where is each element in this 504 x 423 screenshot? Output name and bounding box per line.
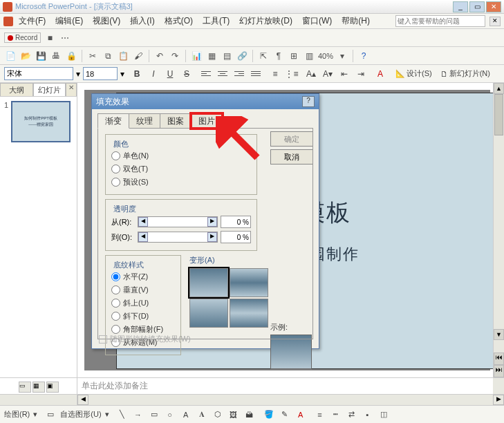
expand-icon[interactable]: ⇱ xyxy=(257,50,270,62)
font-size-select[interactable] xyxy=(83,67,118,80)
italic-button[interactable]: I xyxy=(147,67,160,81)
tab-close-button[interactable]: ✕ xyxy=(66,83,77,96)
tab-slides[interactable]: 幻灯片 xyxy=(33,83,66,96)
vertical-scrollbar[interactable]: ▲ ▼ ⏮ ⏭ xyxy=(493,83,504,377)
variant-4[interactable] xyxy=(230,299,268,328)
copy-icon[interactable]: ⧉ xyxy=(102,50,114,62)
zoom-value[interactable]: 40% xyxy=(318,52,333,60)
radio-one-color[interactable]: 单色(N) xyxy=(111,149,251,162)
dialog-tab-picture[interactable]: 图片 xyxy=(191,113,223,129)
font-dropdown-icon[interactable]: ▾ xyxy=(76,69,80,79)
radio-horizontal[interactable]: 水平(Z) xyxy=(111,270,175,283)
misc-button-1[interactable]: ⋯ xyxy=(59,32,71,44)
select-icon[interactable]: ▭ xyxy=(44,408,57,421)
hyperlink-icon[interactable]: 🔗 xyxy=(236,50,248,62)
table-icon[interactable]: ▦ xyxy=(205,50,218,62)
horizontal-scrollbar[interactable]: ◀ ▶ xyxy=(0,394,504,405)
align-right-button[interactable] xyxy=(232,67,246,81)
menu-view[interactable]: 视图(V) xyxy=(88,14,124,28)
arrow-style-icon[interactable]: ⇄ xyxy=(346,408,358,421)
draw-menu[interactable]: 绘图(R) xyxy=(4,409,30,420)
to-slider[interactable]: ◀▶ xyxy=(138,232,218,243)
notes-placeholder[interactable]: 单击此处添加备注 xyxy=(77,378,493,394)
shadow-style-icon[interactable]: ▪ xyxy=(362,408,374,421)
format-painter-icon[interactable]: 🖌 xyxy=(132,50,144,62)
arrow-icon[interactable]: → xyxy=(132,408,144,421)
menu-file[interactable]: 文件(F) xyxy=(15,14,50,28)
bold-button[interactable]: B xyxy=(130,67,144,81)
increase-indent-icon[interactable]: ⇥ xyxy=(354,67,368,81)
textbox-icon[interactable]: A xyxy=(180,408,192,421)
menu-help[interactable]: 帮助(H) xyxy=(337,14,374,28)
oval-icon[interactable]: ○ xyxy=(164,408,176,421)
maximize-button[interactable]: ▭ xyxy=(469,1,485,12)
close-button[interactable]: ✕ xyxy=(486,1,501,12)
picture-icon[interactable]: 🏔 xyxy=(243,408,256,421)
variant-1[interactable] xyxy=(189,268,228,297)
radio-preset[interactable]: 预设(S) xyxy=(111,176,251,189)
doc-close-button[interactable]: ✕ xyxy=(489,17,501,26)
from-value[interactable]: 0 % xyxy=(221,216,251,228)
3d-style-icon[interactable]: ◫ xyxy=(377,408,390,421)
menu-edit[interactable]: 编辑(E) xyxy=(51,14,87,28)
diagram-icon[interactable]: ⬡ xyxy=(212,408,224,421)
slideshow-view-button[interactable]: ▣ xyxy=(46,382,59,393)
menu-slideshow[interactable]: 幻灯片放映(D) xyxy=(235,14,297,28)
print-icon[interactable]: 🖶 xyxy=(50,50,62,62)
line-icon[interactable]: ╲ xyxy=(116,408,129,421)
to-value[interactable]: 0 % xyxy=(221,231,251,243)
design-button[interactable]: 📐设计(S) xyxy=(393,68,435,79)
slide-thumbnail[interactable]: 1 如何制作PPT模板 ——狸窝家园 xyxy=(4,101,73,142)
save-icon[interactable]: 💾 xyxy=(35,50,47,62)
font-select[interactable] xyxy=(4,67,73,80)
underline-button[interactable]: U xyxy=(163,67,177,81)
line-color-icon[interactable]: ✎ xyxy=(279,408,291,421)
help-search-input[interactable] xyxy=(395,15,485,27)
redo-icon[interactable]: ↷ xyxy=(169,50,181,62)
dialog-tab-pattern[interactable]: 图案 xyxy=(160,113,192,129)
dialog-help-button[interactable]: ? xyxy=(302,96,315,107)
show-format-icon[interactable]: ¶ xyxy=(272,50,285,62)
prev-slide-button[interactable]: ⏮ xyxy=(494,352,504,365)
align-left-button[interactable] xyxy=(199,67,213,81)
menu-tools[interactable]: 工具(T) xyxy=(198,14,234,28)
radio-vertical[interactable]: 垂直(V) xyxy=(111,283,175,297)
decrease-font-icon[interactable]: A▾ xyxy=(321,67,335,81)
from-slider[interactable]: ◀▶ xyxy=(138,216,218,227)
zoom-dropdown-icon[interactable]: ▾ xyxy=(336,50,348,62)
radio-two-color[interactable]: 双色(T) xyxy=(111,162,251,176)
new-slide-button[interactable]: 🗋新幻灯片(N) xyxy=(438,68,493,79)
chart-icon[interactable]: 📊 xyxy=(190,50,203,62)
variant-3[interactable] xyxy=(189,299,228,328)
bullets-icon[interactable]: ⋮≡ xyxy=(285,67,299,81)
autoshapes-menu[interactable]: 自选图形(U) xyxy=(60,409,101,420)
wordart-icon[interactable]: 𝐀 xyxy=(196,408,208,421)
decrease-indent-icon[interactable]: ⇤ xyxy=(337,67,351,81)
fill-color-icon[interactable]: 🪣 xyxy=(263,408,275,421)
dialog-tab-texture[interactable]: 纹理 xyxy=(129,113,160,129)
scroll-up-icon[interactable]: ▲ xyxy=(494,83,504,94)
align-justify-button[interactable] xyxy=(249,67,263,81)
undo-icon[interactable]: ↶ xyxy=(153,50,166,62)
radio-diag-down[interactable]: 斜下(D) xyxy=(111,310,175,323)
menu-insert[interactable]: 插入(I) xyxy=(126,14,158,28)
permission-icon[interactable]: 🔒 xyxy=(65,50,77,62)
cut-icon[interactable]: ✂ xyxy=(86,50,99,62)
sorter-view-button[interactable]: ▦ xyxy=(32,382,45,393)
paste-icon[interactable]: 📋 xyxy=(117,50,129,62)
font-color-icon-2[interactable]: A xyxy=(295,408,307,421)
menu-window[interactable]: 窗口(W) xyxy=(298,14,336,28)
increase-font-icon[interactable]: A▴ xyxy=(304,67,318,81)
help-icon[interactable]: ? xyxy=(357,50,370,62)
hscroll-left-icon[interactable]: ◀ xyxy=(77,395,88,405)
numbering-icon[interactable]: ≡ xyxy=(268,67,282,81)
dash-style-icon[interactable]: ┅ xyxy=(330,408,342,421)
align-center-button[interactable] xyxy=(216,67,230,81)
size-dropdown-icon[interactable]: ▾ xyxy=(120,69,124,79)
next-slide-button[interactable]: ⏭ xyxy=(494,365,504,377)
variant-2[interactable] xyxy=(230,268,268,297)
line-style-icon[interactable]: ≡ xyxy=(314,408,326,421)
font-color-icon[interactable]: A xyxy=(373,67,387,81)
radio-diag-up[interactable]: 斜上(U) xyxy=(111,297,175,310)
normal-view-button[interactable]: ▭ xyxy=(19,382,31,393)
